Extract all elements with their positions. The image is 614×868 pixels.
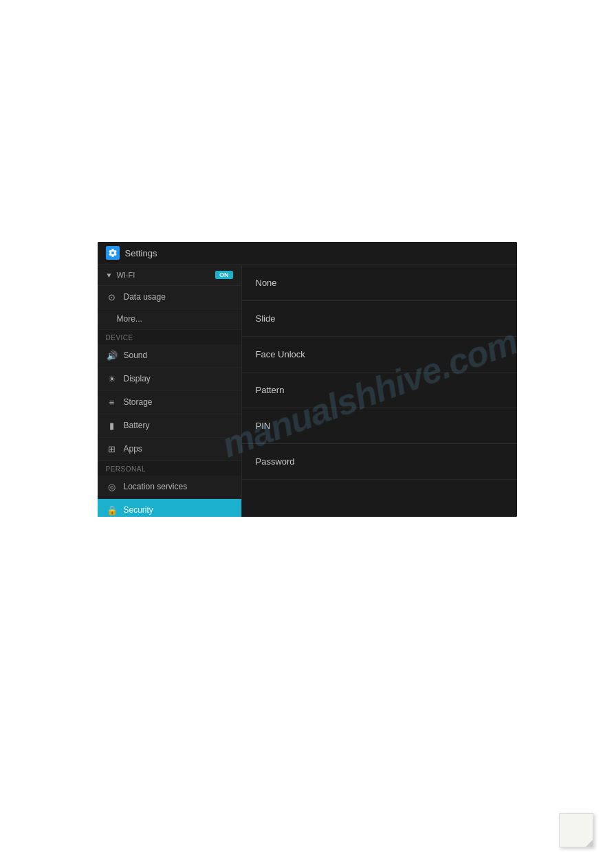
sticky-note-fold	[586, 840, 593, 847]
sidebar-item-more[interactable]: More...	[98, 309, 241, 330]
option-slide[interactable]: Slide	[242, 301, 517, 337]
display-label: Display	[124, 374, 151, 383]
sidebar-item-sound[interactable]: 🔊 Sound	[98, 344, 241, 368]
sidebar-item-security[interactable]: 🔒 Security	[98, 499, 241, 517]
sticky-note	[559, 813, 593, 847]
settings-window-icon	[106, 246, 120, 260]
data-usage-icon: ⊙	[106, 291, 118, 303]
page-background: Settings ▼ Wi-Fi ON ⊙ Data usage M	[0, 0, 614, 868]
wifi-label: Wi-Fi	[116, 271, 215, 279]
location-label: Location services	[124, 482, 188, 491]
content-panel: None Slide Face Unlock Pattern PIN Passw…	[242, 265, 517, 517]
device-section-header: DEVICE	[98, 330, 241, 344]
display-icon: ☀	[106, 372, 118, 385]
settings-window: Settings ▼ Wi-Fi ON ⊙ Data usage M	[98, 242, 517, 517]
option-pin[interactable]: PIN	[242, 408, 517, 444]
sound-label: Sound	[124, 350, 148, 360]
sound-icon: 🔊	[106, 349, 118, 361]
sidebar-item-battery[interactable]: ▮ Battery	[98, 414, 241, 438]
wifi-icon: ▼	[106, 271, 113, 279]
apps-label: Apps	[124, 444, 142, 454]
option-pattern[interactable]: Pattern	[242, 372, 517, 408]
sidebar: ▼ Wi-Fi ON ⊙ Data usage More... DEVICE 🔊	[98, 265, 242, 517]
storage-label: Storage	[124, 397, 153, 407]
security-label: Security	[124, 505, 153, 515]
option-pattern-label: Pattern	[256, 385, 285, 395]
option-password-label: Password	[256, 456, 295, 467]
option-face-unlock[interactable]: Face Unlock	[242, 337, 517, 372]
battery-icon: ▮	[106, 419, 118, 432]
more-label: More...	[117, 314, 142, 324]
sidebar-item-storage[interactable]: ≡ Storage	[98, 391, 241, 414]
sidebar-item-apps[interactable]: ⊞ Apps	[98, 438, 241, 461]
sidebar-item-data-usage[interactable]: ⊙ Data usage	[98, 286, 241, 309]
option-slide-label: Slide	[256, 313, 276, 324]
window-title: Settings	[125, 248, 157, 258]
option-face-unlock-label: Face Unlock	[256, 349, 305, 359]
option-none[interactable]: None	[242, 265, 517, 301]
data-usage-label: Data usage	[124, 292, 166, 302]
sidebar-item-display[interactable]: ☀ Display	[98, 368, 241, 391]
wifi-badge: ON	[215, 271, 233, 279]
title-bar: Settings	[98, 242, 517, 265]
battery-label: Battery	[124, 421, 150, 430]
sidebar-item-wifi[interactable]: ▼ Wi-Fi ON	[98, 265, 241, 286]
location-icon: ◎	[106, 480, 118, 493]
storage-icon: ≡	[106, 396, 118, 408]
apps-icon: ⊞	[106, 443, 118, 455]
main-content: ▼ Wi-Fi ON ⊙ Data usage More... DEVICE 🔊	[98, 265, 517, 517]
option-password[interactable]: Password	[242, 444, 517, 480]
option-none-label: None	[256, 278, 277, 288]
option-pin-label: PIN	[256, 421, 271, 431]
sidebar-item-location[interactable]: ◎ Location services	[98, 476, 241, 499]
personal-section-header: PERSONAL	[98, 461, 241, 476]
security-icon: 🔒	[106, 504, 118, 516]
